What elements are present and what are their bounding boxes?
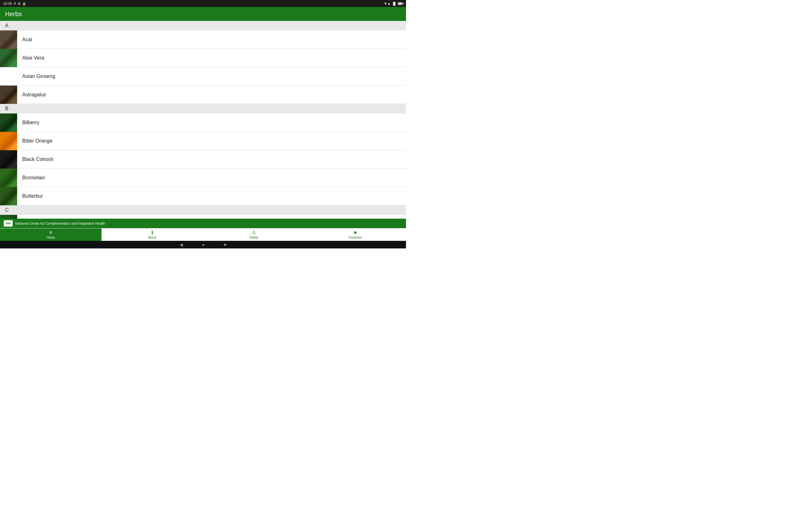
list-item[interactable]: Cat's Claw [0,215,406,219]
herb-image [0,187,17,205]
herb-image [0,113,17,132]
safety-label: Safety [249,236,258,239]
favorites-label: Favorites [349,236,362,239]
about-label: About [148,236,156,239]
battery-icon [398,2,403,5]
app-bar: Herbs [0,7,406,21]
herb-name: Asian Ginseng [17,73,60,79]
nav-about[interactable]: ℹ About [101,228,203,241]
app-title: Herbs [5,10,22,18]
list-item[interactable]: Bilberry [0,113,406,132]
herb-image [0,132,17,150]
nav-herbs[interactable]: ≡ Herbs [0,228,101,241]
herbs-icon: ≡ [49,230,52,235]
section-header-c: C [0,205,406,215]
nav-safety[interactable]: ⚠ Safety [203,228,305,241]
icon-a: A [14,2,16,5]
wifi-icon: ▼▲ [384,2,391,5]
safety-icon: ⚠ [252,230,256,235]
list-item[interactable]: Aloe Vera [0,49,406,67]
herb-image [0,215,17,219]
about-icon: ℹ [151,230,153,235]
android-nav-bar: ◀ ● ■ [0,241,406,248]
home-button[interactable]: ● [202,242,205,247]
bottom-nav: ≡ Herbs ℹ About ⚠ Safety ★ Favorites [0,228,406,241]
status-left: 10:30 A ⊙ 🔒 [3,2,26,5]
nih-org-name: National Center for Complementary and In… [15,222,105,225]
icon-b: ⊙ [18,2,20,5]
section-header-a: A [0,21,406,31]
list-item[interactable]: Acai [0,31,406,49]
herb-image [0,86,17,104]
list-item[interactable]: Bitter Orange [0,132,406,150]
herb-image [0,67,17,86]
herb-image [0,49,17,67]
section-header-b: B [0,104,406,113]
herb-name: Bilberry [17,120,44,125]
herb-name: Bromelain [17,175,50,181]
list-item[interactable]: Astragalus [0,86,406,104]
list-item[interactable]: Asian Ginseng [0,67,406,86]
herb-name: Butterbur [17,193,48,199]
list-item[interactable]: Bromelain [0,169,406,187]
icon-c: 🔒 [22,2,26,5]
nih-bar: NIH National Center for Complementary an… [0,219,406,228]
recents-button[interactable]: ■ [224,242,226,247]
herb-image [0,169,17,187]
herb-name: Aloe Vera [17,55,49,61]
herb-name: Astragalus [17,92,51,98]
nih-logo: NIH [4,220,13,227]
signal-icon: ▐▌ [392,2,397,5]
list-item[interactable]: Black Cohosh [0,150,406,169]
herb-name: Acai [17,37,37,43]
herb-list: AAcaiAloe VeraAsian GinsengAstragalusBBi… [0,21,406,219]
herb-name: Bitter Orange [17,138,57,144]
list-item[interactable]: Butterbur [0,187,406,205]
time: 10:30 [3,2,12,5]
herb-name: Black Cohosh [17,157,59,162]
nav-favorites[interactable]: ★ Favorites [305,228,406,241]
herbs-label: Herbs [47,236,55,239]
status-bar: 10:30 A ⊙ 🔒 ▼▲ ▐▌ [0,0,406,7]
herb-image [0,31,17,49]
herb-image [0,150,17,169]
favorites-icon: ★ [353,230,357,235]
back-button[interactable]: ◀ [180,242,183,247]
status-right: ▼▲ ▐▌ [384,2,403,5]
